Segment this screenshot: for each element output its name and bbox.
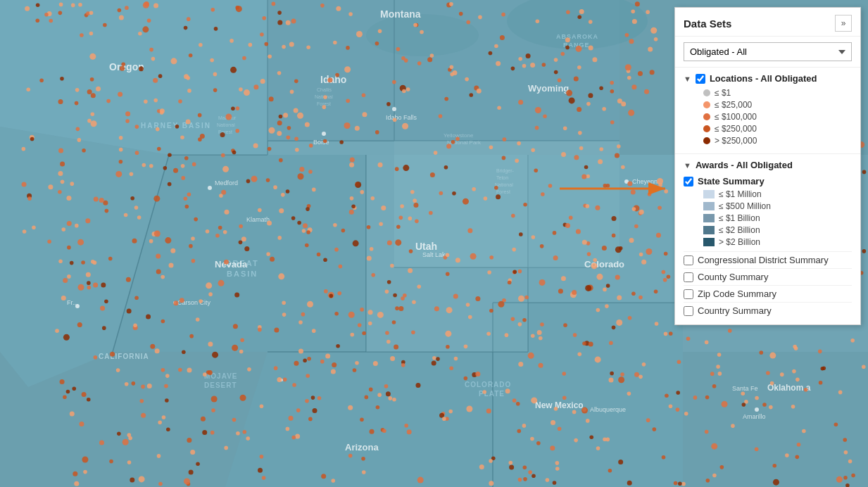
legend-item: > $2 Billion bbox=[703, 237, 852, 247]
svg-point-56 bbox=[173, 301, 176, 304]
locations-legend: ≤ $1≤ $25,000≤ $100,000≤ $250,000> $250,… bbox=[684, 88, 852, 146]
svg-text:Teton: Teton bbox=[496, 175, 508, 180]
awards-toggle-icon[interactable]: ▼ bbox=[684, 161, 691, 170]
legend-label: ≤ $2 Billion bbox=[719, 225, 760, 235]
summary-checkbox-row: Country Summary bbox=[684, 302, 852, 319]
state-summary-subsection: State Summary ≤ $1 Million≤ $500 Million… bbox=[684, 176, 852, 247]
panel-header: Data Sets » bbox=[675, 8, 860, 37]
svg-text:RANGE: RANGE bbox=[563, 42, 590, 49]
legend-square bbox=[703, 202, 715, 210]
locations-toggle-icon[interactable]: ▼ bbox=[684, 75, 691, 83]
svg-text:Bridger-: Bridger- bbox=[496, 168, 515, 174]
svg-text:Cheyenn...: Cheyenn... bbox=[632, 178, 663, 185]
summary-checkbox[interactable] bbox=[684, 306, 693, 316]
state-summary-legend: ≤ $1 Million≤ $500 Million≤ $1 Billion≤ … bbox=[684, 189, 852, 247]
legend-square bbox=[703, 238, 715, 246]
svg-text:National: National bbox=[315, 94, 333, 99]
locations-checkbox[interactable] bbox=[696, 74, 705, 84]
legend-label: ≤ $500 Million bbox=[719, 201, 771, 211]
svg-text:Oregon: Oregon bbox=[109, 61, 144, 72]
svg-text:Arizona: Arizona bbox=[345, 442, 379, 453]
panel-title: Data Sets bbox=[684, 18, 731, 30]
svg-text:Forest: Forest bbox=[496, 189, 510, 194]
legend-item: ≤ $1 Billion bbox=[703, 213, 852, 223]
legend-square bbox=[703, 226, 715, 234]
svg-text:Fr...: Fr... bbox=[67, 299, 78, 306]
svg-text:Forest: Forest bbox=[218, 129, 232, 134]
svg-point-69 bbox=[624, 179, 629, 184]
state-summary-checkbox[interactable] bbox=[684, 177, 693, 186]
summary-checkbox-row: Congressional District Summary bbox=[684, 251, 852, 268]
legend-item: ≤ $250,000 bbox=[703, 124, 852, 134]
svg-point-57 bbox=[280, 379, 283, 381]
legend-square bbox=[703, 214, 715, 222]
svg-text:Idaho Falls: Idaho Falls bbox=[386, 114, 417, 121]
svg-text:Malheur: Malheur bbox=[218, 115, 237, 120]
legend-dot bbox=[703, 125, 710, 132]
svg-text:COLORADO: COLORADO bbox=[465, 381, 511, 388]
legend-item: ≤ $2 Billion bbox=[703, 225, 852, 235]
legend-square bbox=[703, 190, 715, 198]
svg-text:BASIN: BASIN bbox=[227, 270, 258, 278]
locations-section-header: ▼ Locations - All Obligated bbox=[684, 73, 852, 84]
svg-marker-12 bbox=[225, 352, 528, 487]
legend-label: ≤ $100,000 bbox=[715, 112, 757, 122]
svg-point-55 bbox=[208, 186, 212, 190]
svg-text:Medford: Medford bbox=[215, 179, 238, 186]
data-sets-panel: Data Sets » Obligated - AllOutlay - AllR… bbox=[674, 7, 861, 325]
svg-text:Utah: Utah bbox=[415, 241, 437, 252]
legend-dot bbox=[703, 89, 710, 96]
summary-checkbox[interactable] bbox=[684, 272, 693, 282]
svg-text:Yellowstone: Yellowstone bbox=[444, 132, 474, 139]
legend-item: ≤ $1 Million bbox=[703, 189, 852, 199]
legend-label: > $2 Billion bbox=[719, 237, 760, 247]
state-summary-label: State Summary bbox=[698, 176, 765, 186]
summary-checkbox-row: County Summary bbox=[684, 268, 852, 285]
svg-text:Forest: Forest bbox=[317, 101, 331, 106]
legend-item: ≤ $1 bbox=[703, 88, 852, 98]
legend-dot bbox=[703, 113, 710, 120]
summary-label: Zip Code Summary bbox=[698, 289, 776, 299]
svg-point-73 bbox=[392, 107, 396, 111]
summary-checkbox-row: Zip Code Summary bbox=[684, 285, 852, 302]
svg-text:Oklahom a: Oklahom a bbox=[767, 383, 811, 393]
legend-label: ≤ $1 bbox=[715, 88, 731, 98]
summary-checkbox[interactable] bbox=[684, 289, 693, 299]
svg-text:National: National bbox=[217, 122, 235, 127]
svg-text:National: National bbox=[495, 182, 513, 187]
legend-item: ≤ $25,000 bbox=[703, 100, 852, 110]
summary-label: Congressional District Summary bbox=[698, 255, 829, 265]
awards-section-header: ▼ Awards - All Obligated bbox=[684, 160, 852, 170]
legend-item: ≤ $100,000 bbox=[703, 112, 852, 122]
legend-label: ≤ $250,000 bbox=[715, 124, 757, 134]
svg-marker-31 bbox=[268, 0, 619, 141]
awards-section: ▼ Awards - All Obligated State Summary ≤… bbox=[675, 154, 860, 324]
summary-label: County Summary bbox=[698, 272, 768, 282]
other-summaries: Congressional District SummaryCounty Sum… bbox=[684, 251, 852, 319]
svg-text:Klamath: Klamath bbox=[246, 216, 270, 223]
svg-point-71 bbox=[322, 132, 326, 136]
summary-label: Country Summary bbox=[698, 305, 772, 316]
svg-text:Albuquerque: Albuquerque bbox=[590, 406, 626, 413]
svg-text:Wyoming: Wyoming bbox=[528, 83, 569, 94]
svg-text:PLATE: PLATE bbox=[479, 390, 505, 398]
locations-section-label: Locations - All Obligated bbox=[710, 73, 817, 84]
svg-text:ABSAROKA: ABSAROKA bbox=[556, 33, 598, 40]
legend-item: > $250,000 bbox=[703, 136, 852, 146]
legend-label: > $250,000 bbox=[715, 136, 757, 146]
svg-text:Nevada: Nevada bbox=[215, 259, 248, 270]
awards-section-label: Awards - All Obligated bbox=[696, 160, 793, 170]
legend-dot bbox=[703, 137, 710, 144]
summary-checkbox[interactable] bbox=[684, 255, 693, 265]
svg-text:Colorado: Colorado bbox=[584, 259, 624, 270]
svg-text:Challis: Challis bbox=[317, 87, 332, 92]
collapse-button[interactable]: » bbox=[835, 15, 852, 32]
svg-text:Idaho: Idaho bbox=[320, 74, 346, 85]
svg-text:Amarillo: Amarillo bbox=[743, 413, 766, 420]
locations-section: ▼ Locations - All Obligated ≤ $1≤ $25,00… bbox=[675, 68, 860, 154]
svg-text:New Mexico: New Mexico bbox=[535, 400, 584, 410]
svg-marker-33 bbox=[528, 155, 683, 303]
svg-text:Montana: Montana bbox=[380, 8, 421, 20]
svg-text:HARNEY BASIN: HARNEY BASIN bbox=[141, 122, 211, 129]
dataset-select[interactable]: Obligated - AllOutlay - AllRecipients - … bbox=[684, 42, 852, 61]
